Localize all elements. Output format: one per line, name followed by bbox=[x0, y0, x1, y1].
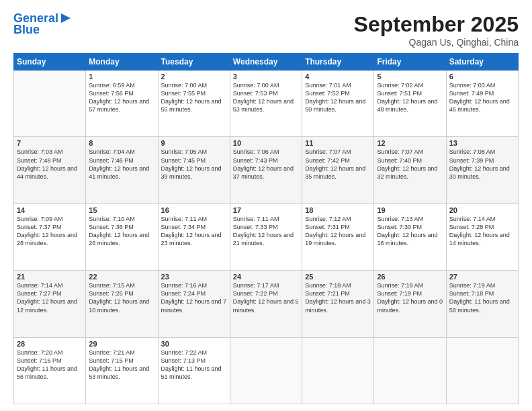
day-number: 14 bbox=[17, 206, 83, 214]
day-number: 29 bbox=[89, 340, 154, 348]
day-number: 11 bbox=[305, 139, 371, 147]
day-info: Sunrise: 7:00 AM Sunset: 7:53 PM Dayligh… bbox=[233, 81, 299, 114]
table-row: 7Sunrise: 7:03 AM Sunset: 7:48 PM Daylig… bbox=[14, 137, 86, 203]
location-subtitle: Qagan Us, Qinghai, China bbox=[354, 37, 519, 48]
table-row: 13Sunrise: 7:08 AM Sunset: 7:39 PM Dayli… bbox=[446, 137, 518, 203]
col-monday: Monday bbox=[86, 54, 158, 71]
day-info: Sunrise: 7:05 AM Sunset: 7:45 PM Dayligh… bbox=[161, 148, 227, 181]
day-info: Sunrise: 7:09 AM Sunset: 7:37 PM Dayligh… bbox=[17, 215, 83, 248]
day-info: Sunrise: 7:03 AM Sunset: 7:48 PM Dayligh… bbox=[17, 148, 83, 181]
table-row: 24Sunrise: 7:17 AM Sunset: 7:22 PM Dayli… bbox=[230, 271, 302, 337]
day-number: 5 bbox=[377, 73, 443, 81]
day-number: 1 bbox=[89, 73, 154, 81]
table-row: 3Sunrise: 7:00 AM Sunset: 7:53 PM Daylig… bbox=[230, 71, 302, 137]
table-row bbox=[14, 71, 86, 137]
col-thursday: Thursday bbox=[302, 54, 374, 71]
day-info: Sunrise: 7:11 AM Sunset: 7:33 PM Dayligh… bbox=[233, 215, 299, 248]
col-friday: Friday bbox=[374, 54, 446, 71]
calendar-table: Sunday Monday Tuesday Wednesday Thursday… bbox=[13, 53, 519, 404]
page: General Blue September 2025 Qagan Us, Qi… bbox=[0, 0, 532, 411]
day-number: 10 bbox=[233, 139, 299, 147]
table-row: 11Sunrise: 7:07 AM Sunset: 7:42 PM Dayli… bbox=[302, 137, 374, 203]
logo-text-line2: Blue bbox=[13, 24, 40, 37]
day-number: 2 bbox=[161, 73, 227, 81]
calendar-week-row: 7Sunrise: 7:03 AM Sunset: 7:48 PM Daylig… bbox=[14, 137, 519, 203]
table-row: 18Sunrise: 7:12 AM Sunset: 7:31 PM Dayli… bbox=[302, 203, 374, 270]
col-saturday: Saturday bbox=[446, 54, 518, 71]
table-row bbox=[230, 337, 302, 404]
day-number: 18 bbox=[305, 206, 371, 214]
day-number: 7 bbox=[17, 139, 83, 147]
table-row: 1Sunrise: 6:59 AM Sunset: 7:56 PM Daylig… bbox=[86, 71, 158, 137]
day-number: 24 bbox=[233, 273, 299, 281]
table-row: 4Sunrise: 7:01 AM Sunset: 7:52 PM Daylig… bbox=[302, 71, 374, 137]
day-info: Sunrise: 7:10 AM Sunset: 7:36 PM Dayligh… bbox=[89, 215, 154, 248]
day-number: 6 bbox=[449, 73, 515, 81]
svg-marker-0 bbox=[61, 13, 71, 23]
day-number: 22 bbox=[89, 273, 154, 281]
table-row: 5Sunrise: 7:02 AM Sunset: 7:51 PM Daylig… bbox=[374, 71, 446, 137]
table-row: 23Sunrise: 7:16 AM Sunset: 7:24 PM Dayli… bbox=[158, 271, 230, 337]
table-row: 17Sunrise: 7:11 AM Sunset: 7:33 PM Dayli… bbox=[230, 203, 302, 270]
page-header: General Blue September 2025 Qagan Us, Qi… bbox=[13, 12, 519, 48]
table-row: 6Sunrise: 7:03 AM Sunset: 7:49 PM Daylig… bbox=[446, 71, 518, 137]
table-row: 2Sunrise: 7:00 AM Sunset: 7:55 PM Daylig… bbox=[158, 71, 230, 137]
day-info: Sunrise: 7:02 AM Sunset: 7:51 PM Dayligh… bbox=[377, 81, 443, 114]
day-info: Sunrise: 7:19 AM Sunset: 7:18 PM Dayligh… bbox=[449, 281, 515, 314]
table-row: 29Sunrise: 7:21 AM Sunset: 7:15 PM Dayli… bbox=[86, 337, 158, 404]
title-block: September 2025 Qagan Us, Qinghai, China bbox=[354, 12, 519, 48]
day-info: Sunrise: 7:17 AM Sunset: 7:22 PM Dayligh… bbox=[233, 281, 299, 314]
calendar-week-row: 14Sunrise: 7:09 AM Sunset: 7:37 PM Dayli… bbox=[14, 203, 519, 270]
table-row: 14Sunrise: 7:09 AM Sunset: 7:37 PM Dayli… bbox=[14, 203, 86, 270]
table-row: 25Sunrise: 7:18 AM Sunset: 7:21 PM Dayli… bbox=[302, 271, 374, 337]
table-row: 9Sunrise: 7:05 AM Sunset: 7:45 PM Daylig… bbox=[158, 137, 230, 203]
day-number: 28 bbox=[17, 340, 83, 348]
day-number: 9 bbox=[161, 139, 227, 147]
table-row: 27Sunrise: 7:19 AM Sunset: 7:18 PM Dayli… bbox=[446, 271, 518, 337]
col-wednesday: Wednesday bbox=[230, 54, 302, 71]
table-row: 26Sunrise: 7:18 AM Sunset: 7:19 PM Dayli… bbox=[374, 271, 446, 337]
day-info: Sunrise: 7:21 AM Sunset: 7:15 PM Dayligh… bbox=[89, 349, 154, 381]
col-sunday: Sunday bbox=[14, 54, 86, 71]
table-row: 15Sunrise: 7:10 AM Sunset: 7:36 PM Dayli… bbox=[86, 203, 158, 270]
day-number: 30 bbox=[161, 340, 227, 348]
day-info: Sunrise: 7:14 AM Sunset: 7:27 PM Dayligh… bbox=[17, 281, 83, 314]
day-info: Sunrise: 7:00 AM Sunset: 7:55 PM Dayligh… bbox=[161, 81, 227, 114]
day-number: 20 bbox=[449, 206, 515, 214]
day-info: Sunrise: 7:20 AM Sunset: 7:16 PM Dayligh… bbox=[17, 349, 83, 381]
day-number: 15 bbox=[89, 206, 154, 214]
day-number: 3 bbox=[233, 73, 299, 81]
day-number: 25 bbox=[305, 273, 371, 281]
table-row: 30Sunrise: 7:22 AM Sunset: 7:13 PM Dayli… bbox=[158, 337, 230, 404]
day-info: Sunrise: 7:15 AM Sunset: 7:25 PM Dayligh… bbox=[89, 281, 154, 314]
month-title: September 2025 bbox=[354, 12, 519, 37]
table-row: 21Sunrise: 7:14 AM Sunset: 7:27 PM Dayli… bbox=[14, 271, 86, 337]
table-row: 10Sunrise: 7:06 AM Sunset: 7:43 PM Dayli… bbox=[230, 137, 302, 203]
day-info: Sunrise: 7:08 AM Sunset: 7:39 PM Dayligh… bbox=[449, 148, 515, 181]
day-info: Sunrise: 7:04 AM Sunset: 7:46 PM Dayligh… bbox=[89, 148, 154, 181]
table-row bbox=[302, 337, 374, 404]
table-row: 28Sunrise: 7:20 AM Sunset: 7:16 PM Dayli… bbox=[14, 337, 86, 404]
table-row: 20Sunrise: 7:14 AM Sunset: 7:28 PM Dayli… bbox=[446, 203, 518, 270]
table-row: 19Sunrise: 7:13 AM Sunset: 7:30 PM Dayli… bbox=[374, 203, 446, 270]
day-number: 27 bbox=[449, 273, 515, 281]
day-number: 4 bbox=[305, 73, 371, 81]
day-info: Sunrise: 7:07 AM Sunset: 7:42 PM Dayligh… bbox=[305, 148, 371, 181]
table-row bbox=[446, 337, 518, 404]
table-row bbox=[374, 337, 446, 404]
day-info: Sunrise: 7:22 AM Sunset: 7:13 PM Dayligh… bbox=[161, 349, 227, 381]
table-row: 12Sunrise: 7:07 AM Sunset: 7:40 PM Dayli… bbox=[374, 137, 446, 203]
day-info: Sunrise: 7:01 AM Sunset: 7:52 PM Dayligh… bbox=[305, 81, 371, 114]
table-row: 16Sunrise: 7:11 AM Sunset: 7:34 PM Dayli… bbox=[158, 203, 230, 270]
day-number: 17 bbox=[233, 206, 299, 214]
calendar-header-row: Sunday Monday Tuesday Wednesday Thursday… bbox=[14, 54, 519, 71]
day-info: Sunrise: 7:11 AM Sunset: 7:34 PM Dayligh… bbox=[161, 215, 227, 248]
calendar-week-row: 1Sunrise: 6:59 AM Sunset: 7:56 PM Daylig… bbox=[14, 71, 519, 137]
day-info: Sunrise: 7:13 AM Sunset: 7:30 PM Dayligh… bbox=[377, 215, 443, 248]
calendar-week-row: 21Sunrise: 7:14 AM Sunset: 7:27 PM Dayli… bbox=[14, 271, 519, 337]
day-number: 21 bbox=[17, 273, 83, 281]
day-number: 12 bbox=[377, 139, 443, 147]
day-info: Sunrise: 7:06 AM Sunset: 7:43 PM Dayligh… bbox=[233, 148, 299, 181]
table-row: 8Sunrise: 7:04 AM Sunset: 7:46 PM Daylig… bbox=[86, 137, 158, 203]
day-info: Sunrise: 7:16 AM Sunset: 7:24 PM Dayligh… bbox=[161, 281, 227, 314]
